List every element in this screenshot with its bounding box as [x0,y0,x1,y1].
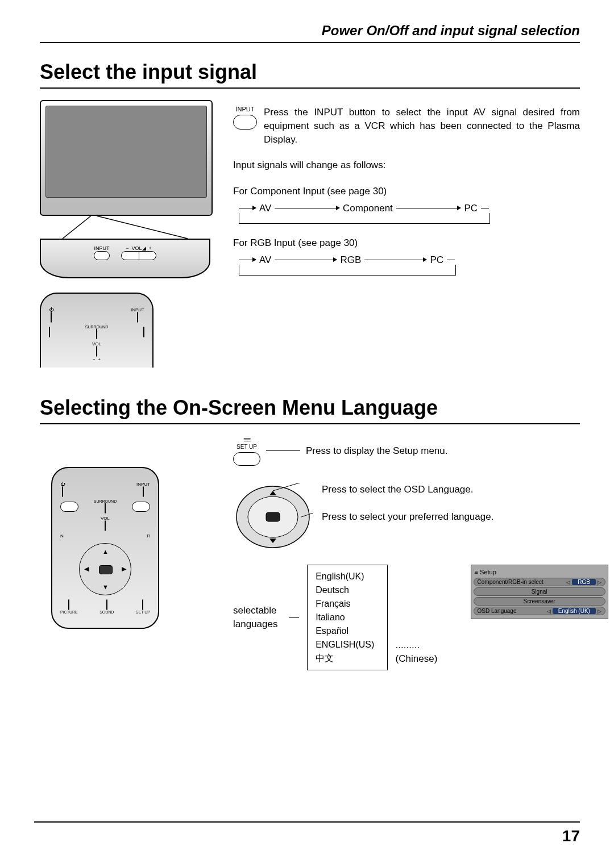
panel-input-label: INPUT [94,245,110,251]
section2-content: ⏻ INPUT SURROUND VOL NR ▲▼ ◀▶ [40,436,580,670]
cycle-rgb: AV RGB PC [239,254,455,266]
panel-vol-label: VOL [131,245,142,251]
language-list: English(UK) Deutsch Français Italiano Es… [307,565,387,670]
menu-lines-icon: ≡≡ [233,436,260,444]
osd-row-language: OSD Language ◁ English (UK) ▷ [474,607,605,615]
osd-title: Setup [480,569,496,575]
osd-row-component: Component/RGB-in select ◁ RGB ▷ [474,578,605,586]
section-heading-input: Select the input signal [40,60,580,89]
svg-line-1 [97,216,188,239]
signals-change-text: Input signals will change as follows: [233,158,580,172]
cycle1-av: AV [259,203,271,214]
panel-vol-plus: + [149,245,152,251]
dpad-diagram [233,483,313,551]
remote-illustration-top: ⏻ INPUT SURROUND VOL − + [40,293,154,368]
osd-row-signal: Signal [474,587,605,596]
page-footer: 17 [34,821,580,845]
cycle1-component: Component [343,203,393,214]
selectable-languages-label: selectable languages [233,604,281,631]
setup-button-diagram: ≡≡ SET UP [233,436,260,466]
section-heading-language: Selecting the On-Screen Menu Language [40,396,580,424]
osd-setup-menu: ≡ Setup Component/RGB-in select ◁ RGB ▷ … [471,565,608,619]
panel-vol-minus: − [126,245,128,251]
lang-item: 中文 [316,652,379,665]
manual-page: Power On/Off and input signal selection … [0,0,614,868]
cycle-loop-2 [239,265,456,276]
remote-vol-rocker [96,346,97,357]
osd-row-screensaver: Screensaver [474,597,605,606]
component-input-line: For Component Input (see page 30) [233,185,580,198]
cycle2-pc: PC [430,254,443,266]
lang-item: Deutsch [316,583,379,597]
cycle2-rgb: RGB [340,254,361,266]
step1-text: Press to display the Setup menu. [306,444,447,458]
input-button-diagram: INPUT [233,106,257,130]
svg-rect-4 [266,512,280,521]
remote-input-button [137,312,138,323]
lang-item: English(UK) [316,570,379,583]
tv-panel-closeup: INPUT − VOL◢ + [40,239,210,278]
menu-lines-icon: ≡ [475,569,478,575]
remote-illustration-full: ⏻ INPUT SURROUND VOL NR ▲▼ ◀▶ [51,467,159,629]
cycle-component: AV Component PC [239,203,489,214]
cycle1-pc: PC [464,203,478,214]
page-header: Power On/Off and input signal selection [40,23,580,43]
chinese-note: .........(Chinese) [396,639,457,670]
rgb-input-line: For RGB Input (see page 30) [233,236,580,250]
lang-item: Français [316,597,379,611]
setup-label: SET UP [233,444,260,450]
step2-text: Press to select the OSD Language. [322,483,608,496]
panel-input-button [94,251,110,260]
section1-content: INPUT − VOL◢ + ⏻ [40,100,580,368]
lang-item: Italiano [316,611,379,624]
step3-text: Press to select your preferred language. [322,510,608,524]
lang-item: Español [316,624,379,638]
panel-vol-rocker [121,251,156,260]
cycle2-av: AV [259,254,271,266]
page-number: 17 [562,827,580,845]
remote-dpad: ▲▼ ◀▶ [79,543,131,595]
input-button-label: INPUT [233,106,257,112]
lang-item: ENGLISH(US) [316,638,379,652]
cycle-loop-1 [239,213,490,224]
tv-illustration [40,100,213,216]
input-description: Press the INPUT button to select the inp… [264,106,580,146]
svg-line-0 [63,216,91,239]
